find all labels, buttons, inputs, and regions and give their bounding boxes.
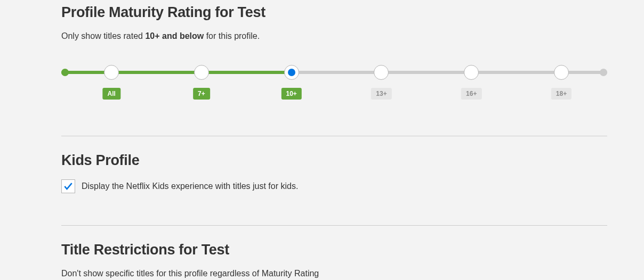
restrictions-title: Title Restrictions for Test	[61, 242, 607, 258]
slider-label-16plus: 16+	[461, 88, 481, 100]
maturity-title: Profile Maturity Rating for Test	[61, 4, 607, 21]
restrictions-section: Title Restrictions for Test Don't show s…	[61, 242, 607, 280]
divider	[61, 225, 607, 226]
slider-stop-18plus[interactable]	[554, 65, 569, 80]
kids-checkbox-label: Display the Netflix Kids experience with…	[82, 182, 298, 191]
kids-checkbox[interactable]	[61, 179, 75, 193]
maturity-subtext-suffix: for this profile.	[204, 31, 260, 40]
slider-label-all: All	[103, 88, 120, 100]
slider-fill	[61, 71, 292, 74]
restrictions-subtext: Don't show specific titles for this prof…	[61, 269, 607, 278]
divider	[61, 136, 607, 136]
slider-label-7plus: 7+	[193, 88, 210, 100]
selected-dot-icon	[288, 69, 295, 76]
maturity-subtext-bold: 10+ and below	[145, 31, 204, 40]
checkmark-icon	[63, 181, 74, 192]
slider-stop-16plus[interactable]	[464, 65, 479, 80]
slider-endcap-left	[61, 69, 69, 76]
slider-stop-10plus[interactable]	[284, 65, 299, 80]
maturity-slider[interactable]: All7+10+13+16+18+	[61, 67, 607, 114]
slider-stop-13plus[interactable]	[374, 65, 389, 80]
maturity-subtext-prefix: Only show titles rated	[61, 31, 145, 40]
slider-label-18plus: 18+	[551, 88, 571, 100]
slider-label-10plus: 10+	[281, 88, 302, 100]
slider-endcap-right	[600, 69, 607, 76]
kids-section: Kids Profile Display the Netflix Kids ex…	[61, 152, 607, 225]
slider-label-13plus: 13+	[371, 88, 391, 100]
settings-container: Profile Maturity Rating for Test Only sh…	[0, 0, 644, 280]
maturity-section: Profile Maturity Rating for Test Only sh…	[61, 4, 607, 136]
kids-title: Kids Profile	[61, 152, 607, 169]
maturity-subtext: Only show titles rated 10+ and below for…	[61, 31, 607, 41]
slider-stop-all[interactable]	[104, 65, 119, 80]
kids-checkbox-row: Display the Netflix Kids experience with…	[61, 179, 607, 193]
slider-stop-7plus[interactable]	[194, 65, 209, 80]
